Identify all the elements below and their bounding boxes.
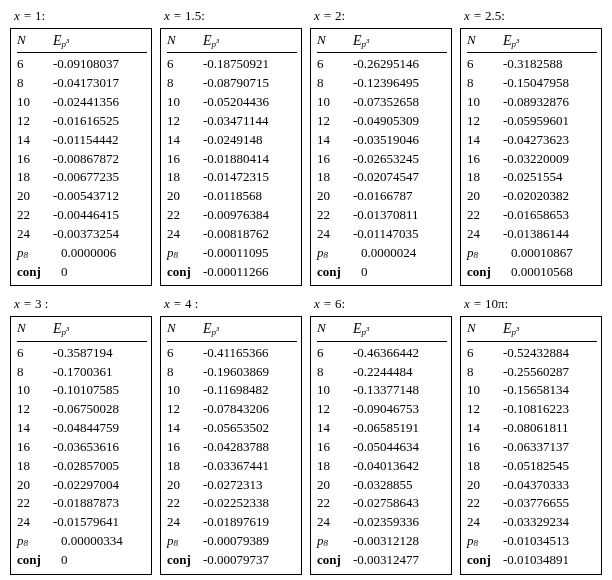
conj-label: conj [167, 551, 201, 570]
conj-row: conj0 [17, 263, 147, 282]
panel-x-value: 2.5 [485, 8, 501, 23]
header-E-base: E [53, 321, 62, 336]
header-E-base: E [353, 321, 362, 336]
table-row: 24-0.00818762 [167, 225, 297, 244]
cell-E: -0.06585191 [351, 419, 447, 438]
header-E-sub: p3 [362, 327, 370, 337]
cell-E: -0.08790715 [201, 74, 297, 93]
p8-label: p8 [467, 532, 501, 551]
table-row: 16-0.04283788 [167, 438, 297, 457]
cell-E: -0.03471144 [201, 112, 297, 131]
cell-E: -0.08061811 [501, 419, 597, 438]
cell-E: -0.09046753 [351, 400, 447, 419]
cell-E: -0.05653502 [201, 419, 297, 438]
cell-N: 8 [467, 363, 501, 382]
p8-label: p8 [317, 244, 351, 263]
cell-E: -0.01147035 [351, 225, 447, 244]
table-row: 24-0.01579641 [17, 513, 147, 532]
table-row: 16-0.00867872 [17, 150, 147, 169]
header-E: Ep3 [501, 319, 597, 339]
table-row: 14-0.04273623 [467, 131, 597, 150]
table-header: NEp3 [17, 319, 147, 341]
cell-E: -0.02359336 [351, 513, 447, 532]
cell-E: -0.3182588 [501, 55, 597, 74]
cell-N: 22 [167, 494, 201, 513]
cell-N: 12 [467, 400, 501, 419]
table-row: 10-0.02441356 [17, 93, 147, 112]
header-E-sub: p3 [62, 327, 70, 337]
cell-E: -0.08932876 [501, 93, 597, 112]
conj-row: conj0.00010568 [467, 263, 597, 282]
table-row: 16-0.01880414 [167, 150, 297, 169]
table-row: 20-0.0328855 [317, 476, 447, 495]
cell-E: -0.03776655 [501, 494, 597, 513]
table: NEp36-0.262951468-0.1239649510-0.0735265… [310, 28, 452, 286]
cell-N: 10 [467, 381, 501, 400]
header-E-sub: p3 [512, 39, 520, 49]
table-row: 10-0.07352658 [317, 93, 447, 112]
cell-E: -0.0251554 [501, 168, 597, 187]
table-row: 6-0.18750921 [167, 55, 297, 74]
cell-E: -0.06750028 [51, 400, 147, 419]
cell-E: -0.01658653 [501, 206, 597, 225]
table-row: 24-0.01386144 [467, 225, 597, 244]
table-row: 20-0.0272313 [167, 476, 297, 495]
cell-N: 14 [317, 419, 351, 438]
cell-E: -0.15047958 [501, 74, 597, 93]
cell-E: -0.03653616 [51, 438, 147, 457]
table-row: 14-0.01154442 [17, 131, 147, 150]
conj-label: conj [317, 263, 351, 282]
cell-N: 24 [167, 225, 201, 244]
panel-title-suffix: : [501, 8, 505, 23]
cell-E: -0.15658134 [501, 381, 597, 400]
table-row: 18-0.05182545 [467, 457, 597, 476]
cell-N: 14 [317, 131, 351, 150]
table-row: 6-0.26295146 [317, 55, 447, 74]
cell-E: -0.0272313 [201, 476, 297, 495]
header-E: Ep3 [351, 31, 447, 51]
header-E: Ep3 [51, 31, 147, 51]
header-N: N [467, 31, 501, 51]
cell-E: -0.03519046 [351, 131, 447, 150]
table-row: 6-0.52432884 [467, 344, 597, 363]
conj-value: 0 [51, 263, 147, 282]
table-header: NEp3 [467, 31, 597, 53]
conj-label: conj [467, 551, 501, 570]
table: NEp36-0.35871948-0.170036110-0.101075851… [10, 316, 152, 574]
table-row: 14-0.04844759 [17, 419, 147, 438]
conj-value: 0.00010568 [501, 263, 597, 282]
p8-row: p80.0000024 [317, 244, 447, 263]
cell-N: 10 [467, 93, 501, 112]
p8-row: p80.00000334 [17, 532, 147, 551]
cell-N: 22 [467, 206, 501, 225]
cell-N: 8 [17, 363, 51, 382]
p8-label: p8 [17, 244, 51, 263]
table-row: 18-0.03367441 [167, 457, 297, 476]
cell-N: 6 [317, 344, 351, 363]
cell-E: -0.2244484 [351, 363, 447, 382]
cell-N: 16 [17, 438, 51, 457]
cell-E: -0.07843206 [201, 400, 297, 419]
cell-N: 16 [317, 438, 351, 457]
table-row: 12-0.10816223 [467, 400, 597, 419]
table-row: 20-0.04370333 [467, 476, 597, 495]
cell-E: -0.01616525 [51, 112, 147, 131]
table: NEp36-0.463664428-0.224448410-0.13377148… [310, 316, 452, 574]
panel: x = 2.5:NEp36-0.31825888-0.1504795810-0.… [460, 6, 602, 286]
conj-row: conj-0.00312477 [317, 551, 447, 570]
panel-title-suffix: : [342, 296, 346, 311]
cell-N: 14 [167, 419, 201, 438]
cell-N: 14 [467, 419, 501, 438]
p8-label: p8 [17, 532, 51, 551]
table-row: 20-0.0166787 [317, 187, 447, 206]
table-row: 6-0.3587194 [17, 344, 147, 363]
panel-title-suffix: : [201, 8, 205, 23]
p8-value: -0.00011095 [201, 244, 297, 263]
cell-E: -0.01887873 [51, 494, 147, 513]
cell-N: 12 [167, 400, 201, 419]
cell-N: 16 [167, 438, 201, 457]
table-row: 22-0.03776655 [467, 494, 597, 513]
cell-E: -0.26295146 [351, 55, 447, 74]
cell-N: 20 [467, 187, 501, 206]
panel-title: x = 1: [14, 8, 152, 24]
